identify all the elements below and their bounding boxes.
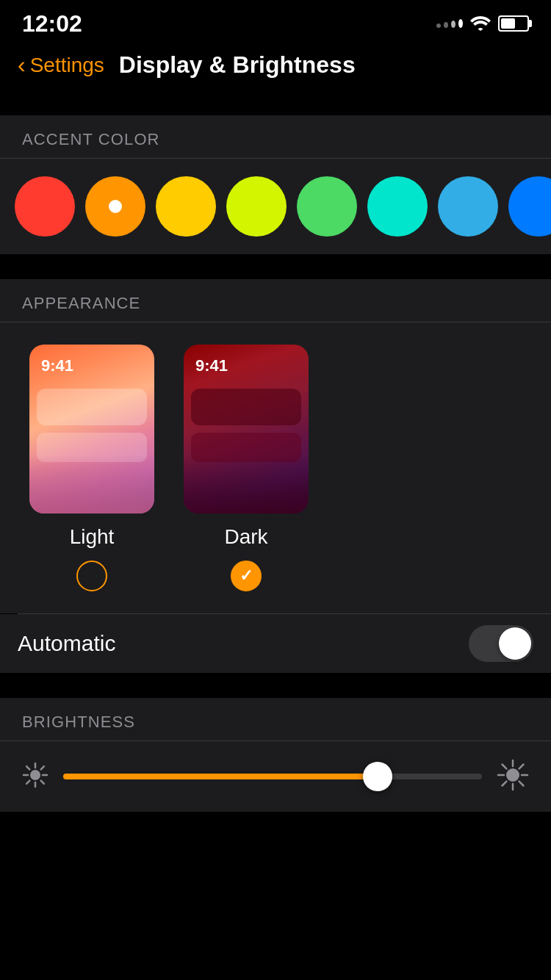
dark-mode-preview: 9:41 xyxy=(184,345,309,514)
toggle-knob xyxy=(499,627,531,660)
back-chevron-icon: ‹ xyxy=(18,53,26,76)
dark-notification-bar xyxy=(191,389,301,425)
color-red[interactable] xyxy=(15,176,75,237)
appearance-container: 9:41 Light 9:41 Dark ✓ xyxy=(0,323,551,613)
selected-indicator xyxy=(109,200,122,213)
light-preview-time: 9:41 xyxy=(41,356,73,375)
svg-line-14 xyxy=(503,765,507,769)
dark-preview-time: 9:41 xyxy=(195,356,228,375)
svg-line-15 xyxy=(519,782,524,786)
svg-line-5 xyxy=(26,766,29,769)
brightness-section-label: BRIGHTNESS xyxy=(0,698,551,741)
back-button[interactable]: ‹ Settings xyxy=(18,54,104,77)
dark-mode-radio[interactable]: ✓ xyxy=(231,561,262,591)
color-green[interactable] xyxy=(297,176,357,237)
svg-line-16 xyxy=(519,765,524,769)
color-cyan[interactable] xyxy=(438,176,498,237)
check-icon: ✓ xyxy=(240,566,253,586)
accent-color-section-label: ACCENT COLOR xyxy=(0,115,551,158)
svg-line-17 xyxy=(503,782,507,786)
page-title: Display & Brightness xyxy=(119,51,356,79)
svg-point-9 xyxy=(506,768,519,782)
svg-line-6 xyxy=(41,781,44,784)
status-bar: 12:02 xyxy=(0,0,551,44)
accent-colors-row xyxy=(0,159,551,254)
brightness-container xyxy=(0,741,551,812)
brightness-max-icon xyxy=(497,759,529,794)
light-mode-radio[interactable] xyxy=(76,561,107,591)
dark-mode-label: Dark xyxy=(224,525,267,549)
status-icons xyxy=(436,15,529,32)
svg-line-7 xyxy=(41,766,44,769)
color-mint[interactable] xyxy=(367,176,428,237)
color-orange[interactable] xyxy=(85,176,145,237)
svg-point-0 xyxy=(30,770,40,780)
color-blue[interactable] xyxy=(508,176,551,237)
color-yellow-green[interactable] xyxy=(226,176,287,237)
brightness-slider[interactable] xyxy=(63,774,482,779)
nav-bar: ‹ Settings Display & Brightness xyxy=(0,44,551,90)
automatic-toggle[interactable] xyxy=(469,625,533,662)
wifi-icon xyxy=(470,16,491,31)
svg-line-8 xyxy=(26,781,29,784)
appearance-dark-option[interactable]: 9:41 Dark ✓ xyxy=(184,345,309,591)
appearance-light-option[interactable]: 9:41 Light xyxy=(29,345,154,591)
signal-icon xyxy=(436,19,463,28)
light-notification-bar xyxy=(37,389,147,425)
automatic-toggle-row: Automatic xyxy=(0,614,551,673)
color-yellow[interactable] xyxy=(156,176,216,237)
light-mode-preview: 9:41 xyxy=(29,345,154,514)
back-label: Settings xyxy=(30,54,104,77)
automatic-label: Automatic xyxy=(18,631,115,656)
light-mode-label: Light xyxy=(70,525,115,549)
brightness-thumb[interactable] xyxy=(363,762,392,791)
brightness-min-icon xyxy=(22,762,48,791)
status-time: 12:02 xyxy=(22,10,82,37)
appearance-section-label: APPEARANCE xyxy=(0,279,551,322)
battery-icon xyxy=(498,15,529,32)
brightness-fill xyxy=(63,774,378,779)
